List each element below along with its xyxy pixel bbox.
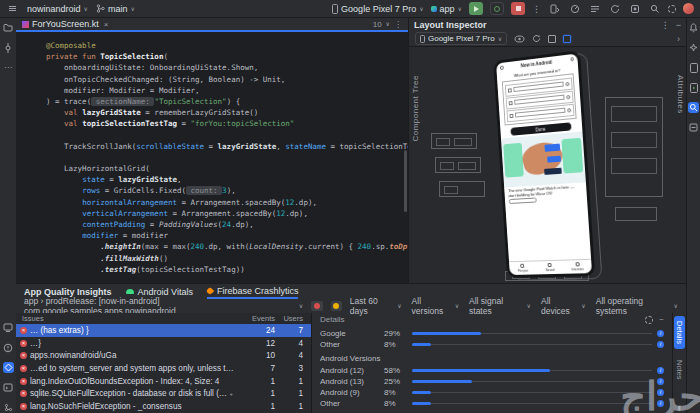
debug-button[interactable] [490, 2, 504, 15]
settings-gear-icon[interactable] [668, 5, 676, 13]
stop-button[interactable] [511, 2, 525, 15]
nonfatal-filter-toggle[interactable] [331, 301, 342, 311]
problems-toolwindow-icon[interactable] [3, 342, 14, 353]
hamburger-menu-icon[interactable] [6, 2, 19, 15]
run-configuration-selector[interactable]: app ∨ [431, 4, 462, 14]
project-name: nowinandroid [27, 4, 81, 14]
crash-icon: × [20, 378, 27, 385]
view-options-eye-icon[interactable] [514, 35, 525, 43]
run-button[interactable] [469, 2, 483, 15]
inspector-device-name: Google Pixel 7 Pro [428, 34, 495, 43]
code-line: rows = GridCells.Fixed( count: 3), [46, 185, 408, 196]
inspector-device-selector[interactable]: Google Pixel 7 Pro ∨ [415, 32, 507, 45]
firebase-flame-icon [206, 286, 214, 294]
device-explorer-icon[interactable] [688, 62, 699, 73]
code-line: @Composable [46, 40, 408, 51]
ai-assistant-icon[interactable] [688, 42, 699, 53]
branch-icon [96, 4, 105, 13]
logcat-toolwindow-icon[interactable] [3, 382, 14, 393]
more-actions-icon[interactable]: ⋮ [532, 4, 541, 14]
todo-list-icon[interactable] [588, 2, 601, 15]
more-toolwindows-icon[interactable]: ⋯ [3, 62, 14, 73]
stat-label: Other [320, 399, 380, 408]
emulator-toolwindow-icon[interactable] [688, 122, 699, 133]
details-settings-gear-icon[interactable] [645, 316, 653, 324]
toggle-3d-mode-icon[interactable] [563, 35, 571, 43]
panel-options-icon[interactable]: ⋮ [661, 20, 670, 30]
issue-row[interactable]: ×… (has extras) }247 [16, 324, 311, 337]
aqi-filter-bar: app › prodRelease: [now-in-android] com.… [16, 299, 686, 313]
git-toolwindow-icon[interactable] [3, 402, 14, 413]
info-button[interactable]: i [657, 400, 664, 407]
editor-pane: ForYouScreen.kt × 10 ∨ ⋮ @Composablepriv… [16, 18, 409, 283]
user-avatar[interactable] [683, 3, 694, 14]
details-title: Details [320, 315, 344, 324]
right-tool-strip [686, 18, 700, 413]
info-button[interactable]: i [657, 367, 664, 374]
phone-screen[interactable]: Now in Android What are you interested i… [493, 50, 595, 278]
app-quality-insights-toolwindow-icon[interactable] [3, 362, 14, 373]
vertical-tab-details[interactable]: Details [674, 316, 685, 349]
issue-row[interactable]: ×sqlite.SQLiteFullException - database o… [16, 387, 311, 400]
sdk-manager-icon[interactable] [628, 2, 641, 15]
issue-row[interactable]: ×apps.nowinandroid/uGa104 [16, 349, 311, 362]
project-toolwindow-icon[interactable] [3, 22, 14, 33]
minimize-panel-icon[interactable]: − [676, 20, 681, 30]
running-devices-icon[interactable] [688, 82, 699, 93]
code-line: .testTag(topicSelectionTestTag)) [46, 264, 408, 275]
run-config-name: app [440, 4, 455, 14]
issue-row[interactable]: ×…ed to system_server and system apps on… [16, 362, 311, 375]
nav-icon [575, 262, 579, 266]
vcs-branch-selector[interactable]: main ∨ [96, 4, 135, 14]
details-minimize-icon[interactable]: − [659, 315, 664, 324]
expand-right-icon[interactable]: › [677, 34, 680, 44]
stat-bar: i [412, 330, 664, 338]
snapshot-icon[interactable] [548, 35, 556, 43]
code-line [46, 130, 408, 141]
device-manager-icon[interactable] [548, 2, 561, 15]
info-button[interactable]: i [657, 330, 664, 337]
editor-scrollbar[interactable] [404, 150, 407, 212]
info-button[interactable]: i [657, 389, 664, 396]
issue-events: 1 [235, 389, 275, 398]
search-everywhere-icon[interactable] [648, 2, 661, 15]
kotlin-file-icon [22, 21, 29, 28]
code-editor[interactable]: @Composableprivate fun TopicSelection( o… [16, 32, 408, 283]
details-panel: Details − Google29%iOther8%i Android Ver… [311, 313, 672, 413]
device-selector[interactable]: Google Pixel 7 Pro ∨ [331, 4, 423, 14]
notifications-bell-icon[interactable] [688, 22, 699, 33]
details-side-tabs: Details Notes [672, 313, 686, 413]
info-button[interactable]: i [657, 341, 664, 348]
layer-wireframe [439, 181, 485, 197]
tab-options-icon[interactable]: ⋮ [394, 20, 402, 29]
vertical-tab-notes[interactable]: Notes [674, 355, 685, 385]
stat-label: Android (12) [320, 366, 380, 375]
code-line: onTopicCheckedChanged: (String, Boolean)… [46, 74, 408, 85]
close-tab-icon[interactable]: × [104, 20, 109, 29]
crash-icon: × [20, 390, 27, 397]
gradle-sync-icon[interactable] [608, 2, 621, 15]
promo-image [501, 131, 586, 187]
fatal-filter-toggle[interactable] [311, 301, 322, 311]
topic-chip [509, 197, 537, 204]
refresh-icon[interactable] [532, 34, 541, 43]
layout-inspector-toolwindow-icon[interactable] [688, 102, 699, 113]
issue-events: 1 [235, 402, 275, 411]
commit-toolwindow-icon[interactable] [3, 42, 14, 53]
crash-icon: × [20, 352, 27, 359]
tab-foryouscreen[interactable]: ForYouScreen.kt × [22, 19, 108, 29]
phone-render[interactable]: Now in Android What are you interested i… [493, 50, 595, 278]
stat-row: Android (9)8%i [320, 387, 664, 398]
component-tree-vertical-tab[interactable]: Component Tree [411, 75, 420, 142]
issue-row[interactable]: ×lang.IndexOutOfBoundsException - Index:… [16, 375, 311, 388]
issue-row[interactable]: ×lang.NoSuchFieldException - _consensus1… [16, 400, 311, 413]
issue-row[interactable]: ×…}124 [16, 337, 311, 350]
info-button[interactable]: i [657, 378, 664, 385]
profiler-icon[interactable] [568, 2, 581, 15]
plus-button-outline [565, 81, 569, 85]
running-devices-toolwindow-icon[interactable] [3, 322, 14, 333]
attributes-vertical-tab[interactable]: Attributes [676, 75, 685, 114]
project-selector[interactable]: nowinandroid ∨ [27, 4, 88, 14]
inspections-widget[interactable]: 10 [373, 20, 382, 29]
layout-inspector-viewport[interactable]: Component Tree Attributes [409, 47, 686, 283]
